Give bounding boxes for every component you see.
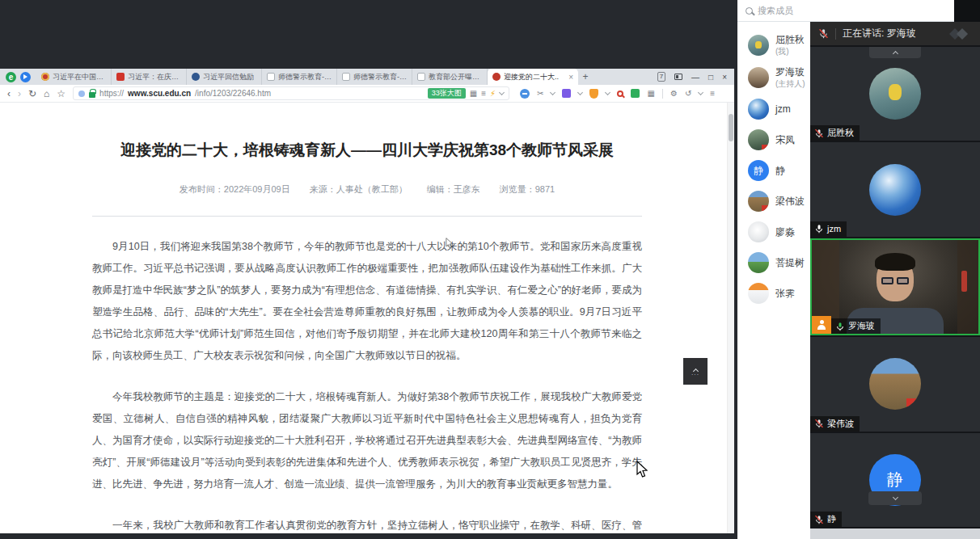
browser-tab-2[interactable]: 习近平：在庆祝中国 bbox=[112, 69, 187, 85]
screenshot-scissors-icon[interactable]: ✂ bbox=[537, 89, 543, 98]
mic-muted-icon bbox=[818, 28, 829, 39]
avatar bbox=[748, 283, 769, 304]
home-button[interactable]: ⌂ bbox=[44, 89, 49, 99]
tab-close-icon[interactable]: × bbox=[568, 73, 573, 82]
security-shield-icon[interactable] bbox=[589, 89, 598, 99]
panel-bottom-edge bbox=[810, 528, 980, 539]
browser-toolbar: ‹ › ↻ ⌂ ☆ https://www.scu.edu.cn/info/12… bbox=[0, 85, 734, 103]
tab-label: 师德警示教育-四川大 bbox=[278, 72, 332, 82]
browser-send-icon[interactable] bbox=[20, 72, 31, 82]
scroll-down-button[interactable] bbox=[868, 491, 922, 505]
avatar bbox=[748, 35, 769, 56]
search-input[interactable] bbox=[758, 6, 919, 15]
browser-tab-strip: e 习近平在中国人民大 习近平：在庆祝中国 习近平回信勉励 师德警示教育-四川大 bbox=[0, 69, 734, 85]
lightning-icon[interactable]: ⚡ bbox=[490, 89, 496, 98]
browser-tab-4[interactable]: 师德警示教育-四川大 bbox=[262, 69, 337, 85]
member-row[interactable]: jzm bbox=[737, 94, 810, 124]
tab-count-badge[interactable]: 7 bbox=[657, 72, 665, 82]
new-tab-button[interactable]: + bbox=[578, 71, 593, 82]
emblem-icon bbox=[41, 73, 49, 81]
panel-icon[interactable] bbox=[674, 74, 682, 80]
chevron-down-icon[interactable] bbox=[499, 90, 505, 95]
video-tile-liangweibo[interactable]: 梁伟波 bbox=[810, 337, 980, 431]
member-row[interactable]: 梁伟波 bbox=[737, 186, 810, 217]
images-count-badge[interactable]: 33张大图 bbox=[428, 88, 466, 99]
tab-label: 迎接党的二十大.. bbox=[504, 72, 559, 82]
tab-label: 习近平回信勉励 bbox=[203, 72, 254, 82]
adblock-icon[interactable] bbox=[520, 89, 530, 99]
member-row[interactable]: 屈胜秋(我) bbox=[737, 29, 810, 61]
avatar bbox=[748, 191, 769, 212]
back-button[interactable]: ‹ bbox=[7, 89, 11, 99]
address-bar[interactable]: https://www.scu.edu.cn/info/1203/22646.h… bbox=[73, 86, 509, 100]
scu-seal-icon bbox=[492, 73, 501, 81]
back-to-top-button[interactable]: ··· bbox=[683, 358, 708, 385]
page-scrollbar[interactable] bbox=[727, 103, 734, 533]
bookmark-star-icon[interactable]: ☆ bbox=[57, 89, 65, 99]
reader-list-icon[interactable]: ≡ bbox=[481, 89, 486, 98]
member-tag: (我) bbox=[775, 46, 805, 57]
apps-grid-icon[interactable]: ▦ bbox=[647, 89, 654, 98]
tile-name: 屈胜秋 bbox=[827, 128, 854, 138]
chevron-down-icon[interactable] bbox=[550, 90, 555, 95]
close-window-button[interactable]: × bbox=[722, 73, 727, 82]
member-row[interactable]: 罗海玻(主持人) bbox=[737, 61, 810, 94]
avatar: 静 bbox=[748, 160, 769, 181]
avatar bbox=[869, 164, 921, 216]
member-name: 菩提树 bbox=[775, 257, 805, 269]
tile-name: 梁伟波 bbox=[827, 419, 854, 429]
grid-view-icon[interactable]: ▦ bbox=[470, 89, 477, 98]
name-chip: 梁伟波 bbox=[810, 416, 860, 432]
history-undo-icon[interactable]: ↺ bbox=[685, 89, 691, 98]
tab-label: 习近平：在庆祝中国 bbox=[128, 72, 181, 82]
browser-tab-5[interactable]: 师德警示教育-四川大 bbox=[337, 69, 412, 85]
member-row[interactable]: 宋凤 bbox=[737, 124, 810, 155]
news-icon bbox=[116, 73, 125, 81]
member-row[interactable]: 廖淼 bbox=[737, 217, 810, 247]
browser-tab-1[interactable]: 习近平在中国人民大 bbox=[36, 69, 112, 85]
browser-tab-6[interactable]: 教育部公开曝光第十 bbox=[412, 69, 488, 85]
tab-label: 师德警示教育-四川大 bbox=[353, 72, 407, 82]
tile-name: jzm bbox=[827, 224, 841, 234]
speaking-label: 正在讲话: 罗海玻 bbox=[843, 27, 916, 40]
extension-purple-icon[interactable] bbox=[562, 89, 571, 98]
member-row[interactable]: 静 静 bbox=[737, 155, 810, 186]
avatar bbox=[748, 99, 769, 120]
browser-tab-active[interactable]: 迎接党的二十大.. × bbox=[488, 69, 578, 85]
tile-name: 静 bbox=[827, 514, 836, 524]
refresh-button[interactable]: ↻ bbox=[28, 89, 36, 99]
member-row[interactable]: 张霁 bbox=[737, 278, 810, 309]
chevron-down-icon[interactable] bbox=[605, 90, 610, 95]
member-name: 张霁 bbox=[775, 288, 795, 300]
video-tile-luohaibo-speaking[interactable]: 罗海玻 bbox=[810, 238, 980, 335]
publish-date: 发布时间：2022年09月09日 bbox=[180, 183, 290, 196]
tab-label: 教育部公开曝光第十 bbox=[429, 72, 482, 82]
scrollbar-thumb[interactable] bbox=[729, 114, 733, 141]
scroll-up-button[interactable] bbox=[869, 47, 921, 58]
forward-button[interactable]: › bbox=[18, 89, 21, 99]
name-chip: 静 bbox=[810, 512, 842, 527]
document-icon bbox=[267, 73, 275, 81]
settings-gear-icon[interactable]: ⚙ bbox=[670, 89, 678, 98]
notes-extension-icon[interactable] bbox=[631, 89, 640, 98]
webpage-content: 迎接党的二十大，培根铸魂育新人——四川大学庆祝第38个教师节风采展 发布时间：2… bbox=[0, 103, 734, 533]
chevron-down-icon[interactable] bbox=[577, 90, 583, 95]
maximize-button[interactable]: □ bbox=[708, 73, 713, 82]
minimize-button[interactable]: — bbox=[691, 73, 699, 82]
browser-tab-3[interactable]: 习近平回信勉励 bbox=[187, 69, 262, 85]
menu-icon[interactable]: ≡ bbox=[710, 89, 715, 98]
video-tile-jzm[interactable]: jzm bbox=[810, 142, 980, 236]
search-extension-icon[interactable] bbox=[617, 91, 623, 97]
member-row[interactable]: 菩提树 bbox=[737, 247, 810, 278]
chevron-up-icon bbox=[892, 51, 898, 57]
panel-corner bbox=[954, 0, 980, 22]
chevron-down-icon[interactable] bbox=[698, 90, 703, 95]
member-name: 宋凤 bbox=[775, 134, 795, 146]
document-icon bbox=[417, 73, 425, 81]
member-name: 梁伟波 bbox=[775, 196, 805, 208]
video-tile-qushengqiu[interactable]: 屈胜秋 bbox=[810, 47, 980, 141]
member-tag: (主持人) bbox=[775, 78, 805, 89]
browser-logo-icon[interactable]: e bbox=[6, 72, 16, 82]
speaking-status-bar: 正在讲话: 罗海玻 bbox=[810, 22, 980, 45]
video-tile-jing[interactable]: 静 静 bbox=[810, 433, 980, 527]
